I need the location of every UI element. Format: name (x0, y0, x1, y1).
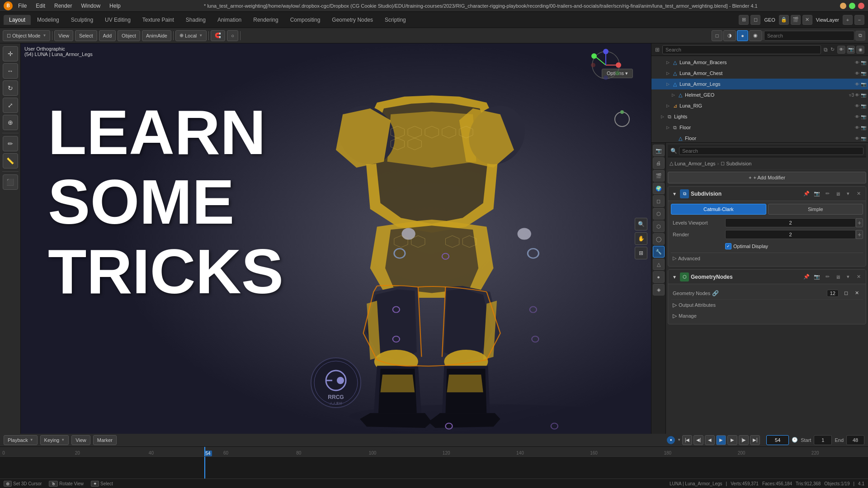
workspace-icon[interactable]: ⊞ (739, 15, 749, 25)
move-tool[interactable]: ↔ (3, 63, 18, 79)
transform-orientation[interactable]: ⊕ Local ▼ (175, 30, 207, 41)
breadcrumb-modifier[interactable]: ◻ Subdivision (721, 160, 751, 166)
gn-unlink-btn[interactable]: ✕ (852, 289, 861, 298)
menu-window[interactable]: Window (77, 1, 104, 10)
start-frame-input[interactable] (814, 435, 832, 445)
menu-file[interactable]: File (14, 1, 30, 10)
expand-floor-coll[interactable]: ▷ (665, 125, 670, 130)
filter-icon[interactable]: ⧉ (855, 31, 865, 41)
keyframe-indicator[interactable]: ● (667, 436, 675, 444)
add-cube-tool[interactable]: ⬛ (3, 174, 18, 190)
render-plus[interactable]: + (856, 230, 863, 239)
select-menu[interactable]: Select (75, 30, 97, 41)
gn-close-btn[interactable]: ✕ (854, 272, 863, 282)
shading-wire[interactable]: □ (712, 30, 723, 41)
menu-render[interactable]: Render (51, 1, 75, 10)
shading-material[interactable]: ● (737, 30, 748, 41)
vis-cam-lights[interactable]: 📷 (861, 114, 866, 119)
rotate-tool[interactable]: ↻ (3, 80, 18, 96)
gn-realtime-btn[interactable]: 🖥 (833, 272, 842, 282)
expand-bracers[interactable]: ▷ (665, 60, 670, 65)
props-object-btn[interactable]: ⬡ (653, 208, 665, 220)
tab-uv-editing[interactable]: UV Editing (99, 15, 136, 25)
outliner-item-floor-obj[interactable]: ▷ △ Floor 👁 📷 (651, 133, 868, 142)
close-ws-icon[interactable]: ✕ (802, 15, 812, 25)
tab-compositing[interactable]: Compositing (285, 15, 326, 25)
object-menu[interactable]: Object (118, 30, 140, 41)
props-particles-btn[interactable]: ⬡ (653, 221, 665, 232)
tab-modeling[interactable]: Modeling (32, 15, 65, 25)
expand-lights[interactable]: ▷ (660, 114, 665, 119)
vis-cam-rig[interactable]: 📷 (861, 103, 866, 108)
props-output-btn[interactable]: 🖨 (653, 157, 665, 169)
gn-edit-btn[interactable]: ✏ (823, 272, 832, 282)
levels-viewport-value[interactable]: 2 (725, 218, 856, 227)
geo-nodes-expand-toggle[interactable]: ▾ (671, 273, 678, 281)
add-ws-icon[interactable]: + (843, 15, 853, 25)
vis-cam-chest[interactable]: 📷 (861, 71, 866, 76)
outliner-item-helmet[interactable]: ▷ △ Helmet_GEO ▿3 👁 📷 (651, 89, 868, 100)
outliner-item-legs[interactable]: ▷ △ Luna_Armor_Legs 👁 📷 (651, 79, 868, 89)
shading-solid[interactable]: ◑ (723, 30, 736, 41)
props-view-btn[interactable]: 🎬 (653, 170, 665, 182)
sub-edit-btn[interactable]: ✏ (823, 189, 832, 198)
step-forward-btn[interactable]: ▶ (727, 435, 737, 445)
snap-toggle[interactable]: 🧲 (211, 30, 225, 41)
3d-viewport[interactable]: User Orthographic (54) LUNA | Luna_Armor… (21, 43, 651, 434)
expand-chest[interactable]: ▷ (665, 70, 670, 76)
props-modifier-btn[interactable]: 🔧 (653, 246, 665, 258)
expand-helmet[interactable]: ▷ (670, 92, 676, 98)
annotate-tool[interactable]: ✏ (3, 136, 18, 151)
gn-new-btn[interactable]: ◻ (841, 289, 850, 298)
jump-end-btn[interactable]: ▶| (750, 435, 760, 445)
props-physics-btn[interactable]: ◯ (653, 233, 665, 245)
outliner-item-rig[interactable]: ▷ ⊿ Luna_RIG 👁 📷 (651, 100, 868, 111)
sub-render-btn[interactable]: 📷 (812, 189, 821, 198)
tab-rendering[interactable]: Rendering (248, 15, 283, 25)
animaide-menu[interactable]: AnimAide (142, 30, 171, 41)
prev-keyframe-btn[interactable]: ◀| (693, 435, 703, 445)
maximize-button[interactable] (849, 3, 855, 9)
view-menu[interactable]: View (54, 30, 73, 41)
mode-selector[interactable]: ◻ Object Mode ▼ (3, 30, 50, 41)
manage-row[interactable]: ▷ Manage (671, 310, 863, 321)
simple-btn[interactable]: Simple (768, 204, 863, 215)
close-button[interactable] (858, 3, 864, 9)
props-scene-btn[interactable]: 🌍 (653, 183, 665, 194)
tab-scripting[interactable]: Scripting (379, 15, 411, 25)
gn-apply-btn[interactable]: ▾ (844, 272, 853, 282)
shading-render[interactable]: ◉ (749, 30, 762, 41)
geo-link-icon[interactable]: 🔗 (712, 290, 719, 296)
vis-eye-chest[interactable]: 👁 (855, 71, 859, 76)
vis-eye-rig[interactable]: 👁 (855, 103, 859, 108)
vis-eye-floor-coll[interactable]: 👁 (855, 125, 859, 130)
blender-logo[interactable]: B (4, 1, 13, 10)
next-keyframe-btn[interactable]: |▶ (739, 435, 749, 445)
properties-search-input[interactable] (679, 147, 863, 155)
vis-eye-floor[interactable]: 👁 (855, 136, 859, 141)
scale-tool[interactable]: ⤢ (3, 98, 18, 113)
vis-eye-legs[interactable]: 👁 (855, 82, 859, 87)
lock-icon[interactable]: 🔒 (779, 15, 789, 25)
vis-cam-floor[interactable]: 📷 (861, 136, 866, 141)
timeline-view-btn[interactable]: View (71, 435, 90, 445)
props-render-btn[interactable]: 📷 (653, 145, 665, 156)
vis-cam-floor-coll[interactable]: 📷 (861, 125, 866, 130)
visibility-icon[interactable]: 👁 (837, 46, 845, 54)
timeline-scrub[interactable] (0, 457, 868, 479)
current-frame-input[interactable] (766, 435, 789, 445)
vis-cam-helmet[interactable]: 📷 (861, 93, 866, 98)
output-attributes-row[interactable]: ▷ Output Attributes (671, 300, 863, 310)
render-value[interactable]: 2 (725, 230, 856, 239)
menu-edit[interactable]: Edit (32, 1, 49, 10)
add-modifier-button[interactable]: + + Add Modifier (668, 172, 866, 183)
scene-icon[interactable]: 🎬 (791, 15, 801, 25)
outliner-item-chest[interactable]: ▷ △ Luna_Armor_Chest 👁 📷 (651, 68, 868, 79)
outliner-item-lights[interactable]: ▷ ⧉ Lights 👁 📷 (651, 111, 868, 122)
vis-cam-bracers[interactable]: 📷 (861, 60, 866, 65)
vis-cam-legs[interactable]: 📷 (861, 82, 866, 87)
playback-btn[interactable]: Playback ▼ (4, 435, 38, 445)
select-ability-icon[interactable]: ◉ (856, 46, 864, 54)
tab-shading[interactable]: Shading (180, 15, 211, 25)
expand-legs[interactable]: ▷ (665, 81, 670, 87)
